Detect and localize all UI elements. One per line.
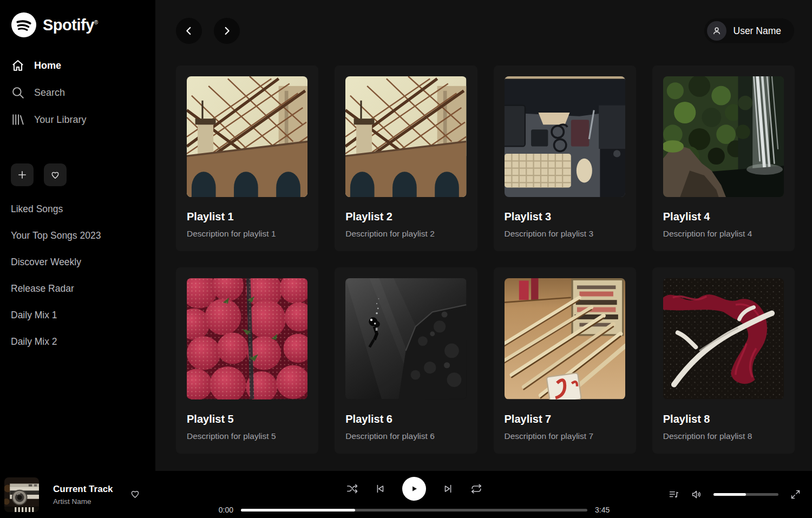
sidebar-actions bbox=[11, 163, 149, 186]
forward-button[interactable] bbox=[214, 18, 240, 44]
next-icon bbox=[442, 483, 454, 495]
sidebar-item-search[interactable]: Search bbox=[11, 79, 149, 106]
playlist-description: Description for playlist 3 bbox=[505, 229, 625, 239]
playlist-card-4[interactable]: Playlist 4 Description for playlist 4 bbox=[652, 65, 795, 251]
playlist-card-8[interactable]: Playlist 8 Description for playlist 8 bbox=[652, 267, 795, 453]
volume-slider[interactable] bbox=[713, 493, 778, 496]
playlist-title: Playlist 4 bbox=[663, 211, 784, 223]
playlist-title: Playlist 6 bbox=[345, 413, 466, 425]
chevron-left-icon bbox=[183, 25, 195, 37]
search-icon bbox=[11, 86, 25, 100]
playlist-cover-art-steel-structure bbox=[345, 76, 466, 197]
sidebar-item-your-library[interactable]: Your Library bbox=[11, 106, 149, 133]
playlist-cover-art-steel-structure bbox=[187, 76, 307, 197]
user-name: User Name bbox=[734, 25, 782, 37]
user-menu-button[interactable]: User Name bbox=[704, 18, 795, 43]
chevron-right-icon bbox=[221, 25, 233, 37]
previous-track-button[interactable] bbox=[374, 483, 386, 495]
playlist-cover-art-rulers bbox=[505, 278, 625, 399]
heart-icon bbox=[129, 488, 141, 500]
back-button[interactable] bbox=[176, 18, 202, 44]
playlist-description: Description for playlist 5 bbox=[187, 431, 307, 441]
playlist-cover-art-desk-flatlay bbox=[505, 76, 625, 197]
playlist-title: Playlist 8 bbox=[663, 413, 784, 425]
avatar bbox=[707, 21, 726, 41]
playlist-title: Playlist 2 bbox=[345, 211, 466, 223]
shuffle-icon bbox=[346, 483, 358, 495]
progress-row: 0:00 3:45 bbox=[215, 506, 613, 514]
playlist-card-5[interactable]: Playlist 5 Description for playlist 5 bbox=[176, 267, 318, 453]
playlist-grid: Playlist 1 Description for playlist 1 bbox=[155, 44, 812, 471]
playlist-link[interactable]: Release Radar bbox=[11, 276, 149, 302]
repeat-icon bbox=[470, 483, 482, 495]
history-nav bbox=[176, 18, 240, 44]
playlist-title: Playlist 1 bbox=[187, 211, 307, 223]
spotify-logo[interactable]: Spotify® bbox=[11, 12, 149, 38]
expand-icon bbox=[790, 489, 801, 500]
play-icon bbox=[409, 483, 420, 494]
brand-name: Spotify® bbox=[43, 16, 98, 34]
volume-button[interactable] bbox=[691, 489, 702, 500]
next-track-button[interactable] bbox=[442, 483, 454, 495]
track-title: Current Track bbox=[53, 484, 113, 495]
duration-time: 3:45 bbox=[595, 506, 613, 514]
playlist-card-7[interactable]: Playlist 7 Description for playlist 7 bbox=[494, 267, 636, 453]
main-content: User Name bbox=[155, 0, 812, 471]
volume-fill bbox=[713, 493, 746, 496]
heart-icon bbox=[50, 169, 61, 180]
playlist-description: Description for playlist 8 bbox=[663, 431, 784, 441]
queue-button[interactable] bbox=[668, 489, 679, 500]
fullscreen-button[interactable] bbox=[790, 489, 801, 500]
now-playing: Current Track Artist Name bbox=[0, 477, 179, 512]
playlist-link[interactable]: Your Top Songs 2023 bbox=[11, 222, 149, 249]
home-icon bbox=[11, 58, 25, 73]
play-button[interactable] bbox=[402, 477, 426, 501]
app-window: Spotify® Home Search Your Library bbox=[0, 0, 812, 518]
brand-mark: ® bbox=[94, 19, 98, 25]
shuffle-button[interactable] bbox=[346, 483, 358, 495]
progress-bar[interactable] bbox=[241, 509, 587, 512]
player-bar: Current Track Artist Name bbox=[0, 471, 812, 518]
playlist-link[interactable]: Liked Songs bbox=[11, 196, 149, 222]
playlist-link[interactable]: Discover Weekly bbox=[11, 249, 149, 276]
create-playlist-button[interactable] bbox=[11, 163, 34, 186]
queue-icon bbox=[668, 489, 679, 500]
playlist-cover-art-diver bbox=[345, 278, 466, 399]
sidebar-item-label: Home bbox=[34, 60, 61, 71]
library-icon bbox=[11, 113, 25, 127]
playlist-link[interactable]: Daily Mix 1 bbox=[11, 302, 149, 329]
track-info: Current Track Artist Name bbox=[53, 484, 113, 506]
playlist-card-2[interactable]: Playlist 2 Description for playlist 2 bbox=[335, 65, 477, 251]
plus-icon bbox=[17, 169, 28, 180]
like-track-button[interactable] bbox=[129, 488, 141, 501]
playlist-title: Playlist 5 bbox=[187, 413, 307, 425]
user-icon bbox=[711, 25, 722, 36]
playlist-description: Description for playlist 1 bbox=[187, 229, 307, 239]
playlist-description: Description for playlist 4 bbox=[663, 229, 784, 239]
sidebar: Spotify® Home Search Your Library bbox=[0, 0, 155, 471]
spotify-logo-icon bbox=[11, 12, 37, 38]
playlist-card-1[interactable]: Playlist 1 Description for playlist 1 bbox=[176, 65, 318, 251]
playlist-title: Playlist 7 bbox=[505, 413, 625, 425]
sidebar-item-home[interactable]: Home bbox=[11, 52, 149, 79]
playlist-description: Description for playlist 2 bbox=[345, 229, 466, 239]
sidebar-playlists: Liked Songs Your Top Songs 2023 Discover… bbox=[11, 196, 149, 355]
playlist-description: Description for playlist 6 bbox=[345, 431, 466, 441]
playlist-card-6[interactable]: Playlist 6 Description for playlist 6 bbox=[335, 267, 477, 453]
liked-songs-button[interactable] bbox=[44, 163, 67, 186]
playlist-link[interactable]: Daily Mix 2 bbox=[11, 329, 149, 355]
sidebar-item-label: Your Library bbox=[34, 114, 86, 126]
volume-icon bbox=[691, 489, 702, 500]
previous-icon bbox=[374, 483, 386, 495]
playlist-cover-art-waterfall bbox=[663, 76, 784, 197]
track-artist: Artist Name bbox=[53, 497, 113, 506]
sidebar-nav: Home Search Your Library bbox=[11, 52, 149, 133]
playlist-cover-art-antler bbox=[663, 278, 784, 399]
sidebar-item-label: Search bbox=[34, 87, 65, 99]
playlist-cover-art-strawberries bbox=[187, 278, 307, 399]
repeat-button[interactable] bbox=[470, 483, 482, 495]
album-art-vintage-camera bbox=[4, 477, 39, 512]
player-right-controls bbox=[650, 489, 812, 500]
main-header: User Name bbox=[155, 0, 812, 44]
playlist-card-3[interactable]: Playlist 3 Description for playlist 3 bbox=[494, 65, 636, 251]
